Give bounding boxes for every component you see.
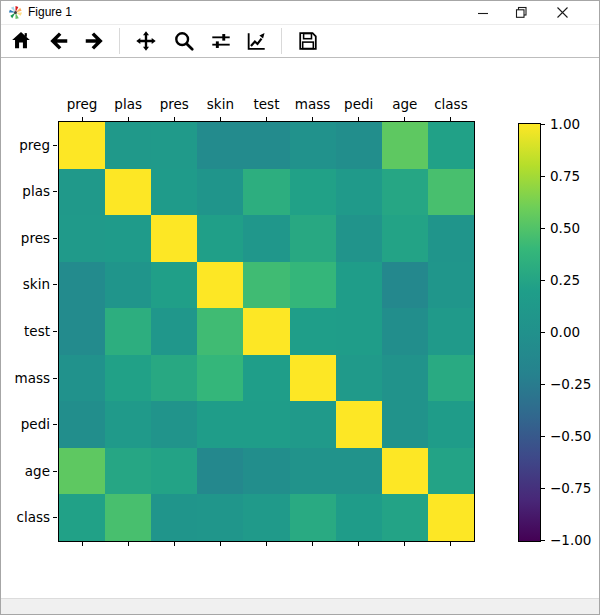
close-button[interactable] [540, 1, 584, 24]
configure-subplots-button[interactable] [207, 27, 235, 55]
heatmap-cell [105, 169, 151, 216]
row-label: test [1, 323, 50, 340]
bottom-tick-mark [82, 542, 83, 546]
heatmap-cell [428, 448, 474, 495]
heatmap-cell [336, 262, 382, 309]
heatmap-cell [59, 308, 105, 355]
line-chart-icon [245, 30, 267, 52]
left-tick-mark [53, 145, 57, 146]
colorbar-tick-label: 0.50 [550, 220, 598, 237]
heatmap-cell [382, 122, 428, 169]
heatmap-cell [105, 448, 151, 495]
bottom-tick-mark [128, 542, 129, 546]
heatmap-cell [59, 215, 105, 262]
heatmap-cell [197, 401, 243, 448]
save-button[interactable] [294, 27, 322, 55]
back-button[interactable] [45, 27, 73, 55]
heatmap-cell [197, 169, 243, 216]
heatmap-cell [336, 308, 382, 355]
column-label: skin [197, 96, 243, 113]
heatmap-cell [151, 169, 197, 216]
heatmap-cell [428, 401, 474, 448]
colorbar-tick-mark [541, 176, 545, 177]
top-tick-mark [266, 117, 267, 121]
heatmap-cell [290, 122, 336, 169]
bottom-tick-mark [450, 542, 451, 546]
heatmap-cell [290, 169, 336, 216]
minimize-button[interactable] [464, 1, 502, 24]
close-icon [556, 6, 569, 19]
colorbar-tick-label: 0.00 [550, 324, 598, 341]
restore-button[interactable] [502, 1, 540, 24]
column-label: pedi [336, 96, 382, 113]
column-label: age [382, 96, 428, 113]
heatmap-cell [151, 262, 197, 309]
figure-window: Figure 1 [0, 0, 600, 615]
heatmap-cell [59, 122, 105, 169]
heatmap-cell [151, 355, 197, 402]
magnifier-icon [173, 30, 195, 52]
heatmap-cell [151, 401, 197, 448]
heatmap-cell [197, 215, 243, 262]
heatmap-cell [290, 355, 336, 402]
colorbar-tick-mark [541, 540, 545, 541]
heatmap-cell [59, 169, 105, 216]
zoom-button[interactable] [170, 27, 198, 55]
pan-button[interactable] [132, 27, 160, 55]
colorbar-tick-label: −0.50 [550, 428, 598, 445]
heatmap-cell [290, 215, 336, 262]
left-tick-mark [53, 238, 57, 239]
heatmap-cell [197, 494, 243, 541]
column-label: preg [59, 96, 105, 113]
heatmap-cell [151, 122, 197, 169]
heatmap-cell [382, 355, 428, 402]
colorbar-tick-mark [541, 436, 545, 437]
correlation-heatmap [58, 121, 475, 542]
row-label: age [1, 463, 50, 480]
minimize-icon [477, 7, 489, 19]
heatmap-cell [105, 215, 151, 262]
home-button[interactable] [7, 27, 35, 55]
back-arrow-icon [48, 30, 70, 52]
colorbar [518, 123, 541, 542]
heatmap-cell [336, 355, 382, 402]
toolbar-separator [281, 28, 282, 54]
heatmap-cell [151, 308, 197, 355]
heatmap-cell [243, 308, 289, 355]
row-label: mass [1, 370, 50, 387]
heatmap-cell [290, 308, 336, 355]
heatmap-cell [243, 401, 289, 448]
bottom-tick-mark [174, 542, 175, 546]
left-tick-mark [53, 378, 57, 379]
bottom-tick-mark [312, 542, 313, 546]
row-label: preg [1, 137, 50, 154]
row-label: class [1, 509, 50, 526]
forward-arrow-icon [83, 30, 105, 52]
floppy-disk-icon [297, 30, 319, 52]
left-tick-mark [53, 424, 57, 425]
forward-button[interactable] [80, 27, 108, 55]
column-label: test [243, 96, 289, 113]
heatmap-cell [151, 494, 197, 541]
heatmap-cell [428, 355, 474, 402]
heatmap-cell [382, 215, 428, 262]
heatmap-cell [197, 262, 243, 309]
bottom-tick-mark [358, 542, 359, 546]
left-tick-mark [53, 191, 57, 192]
top-tick-mark [174, 117, 175, 121]
window-title: Figure 1 [28, 5, 72, 20]
heatmap-cell [428, 308, 474, 355]
colorbar-tick-mark [541, 384, 545, 385]
heatmap-cell [336, 169, 382, 216]
heatmap-cell [151, 448, 197, 495]
column-label: mass [290, 96, 336, 113]
heatmap-cell [105, 401, 151, 448]
edit-parameters-button[interactable] [242, 27, 270, 55]
heatmap-cell [151, 215, 197, 262]
left-tick-mark [53, 331, 57, 332]
left-tick-mark [53, 284, 57, 285]
bottom-tick-mark [404, 542, 405, 546]
statusbar [1, 598, 599, 615]
heatmap-cell [336, 401, 382, 448]
heatmap-cell [105, 355, 151, 402]
